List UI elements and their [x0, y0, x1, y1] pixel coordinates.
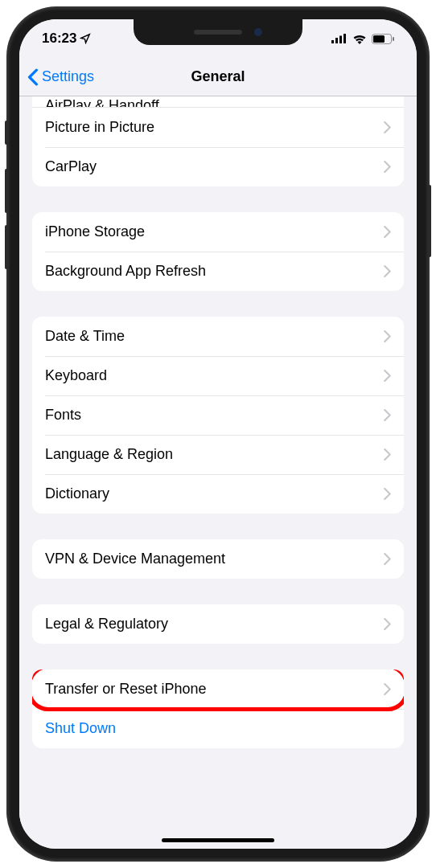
cellular-signal-icon: [331, 34, 348, 43]
chevron-right-icon: [384, 226, 391, 238]
svg-rect-6: [393, 37, 394, 41]
location-arrow-icon: [80, 33, 91, 44]
settings-group-locale: Date & Time Keyboard Fonts Language & Re…: [32, 317, 404, 514]
chevron-right-icon: [384, 161, 391, 173]
chevron-right-icon: [384, 488, 391, 500]
screen: 16:23 Settings General AirPlay & Handoff: [19, 19, 417, 849]
row-label: Legal & Regulatory: [45, 616, 168, 633]
svg-rect-2: [339, 36, 342, 44]
chevron-right-icon: [384, 330, 391, 342]
row-label: iPhone Storage: [45, 223, 145, 240]
svg-rect-1: [335, 38, 338, 43]
phone-frame: 16:23 Settings General AirPlay & Handoff: [8, 8, 428, 860]
row-language-region[interactable]: Language & Region: [32, 435, 404, 474]
row-date-time[interactable]: Date & Time: [32, 317, 404, 356]
row-label: Picture in Picture: [45, 119, 154, 136]
chevron-right-icon: [384, 121, 391, 133]
row-background-app-refresh[interactable]: Background App Refresh: [32, 252, 404, 291]
settings-group-display: AirPlay & Handoff Picture in Picture Car…: [32, 96, 404, 186]
back-button[interactable]: Settings: [27, 68, 94, 86]
row-fonts[interactable]: Fonts: [32, 395, 404, 435]
settings-group-storage: iPhone Storage Background App Refresh: [32, 212, 404, 291]
row-iphone-storage[interactable]: iPhone Storage: [32, 212, 404, 252]
chevron-right-icon: [384, 265, 391, 277]
chevron-right-icon: [384, 370, 391, 382]
svg-rect-3: [343, 34, 346, 43]
row-label: Date & Time: [45, 328, 125, 345]
row-shut-down[interactable]: Shut Down: [32, 709, 404, 748]
notch: [134, 19, 302, 45]
power-button: [428, 185, 431, 257]
chevron-right-icon: [384, 553, 391, 565]
chevron-right-icon: [384, 618, 391, 630]
svg-rect-5: [373, 35, 385, 43]
battery-icon: [372, 34, 394, 44]
page-title: General: [191, 68, 245, 85]
row-transfer-reset-iphone[interactable]: Transfer or Reset iPhone: [32, 669, 404, 709]
settings-group-vpn: VPN & Device Management: [32, 539, 404, 579]
row-label: Dictionary: [45, 485, 109, 502]
volume-up-button: [5, 169, 8, 213]
row-vpn-device-management[interactable]: VPN & Device Management: [32, 539, 404, 579]
row-keyboard[interactable]: Keyboard: [32, 356, 404, 395]
chevron-left-icon: [27, 68, 39, 86]
row-label: VPN & Device Management: [45, 551, 225, 567]
settings-group-legal: Legal & Regulatory: [32, 604, 404, 644]
silence-switch: [5, 121, 8, 145]
row-dictionary[interactable]: Dictionary: [32, 474, 404, 514]
row-picture-in-picture[interactable]: Picture in Picture: [32, 108, 404, 147]
volume-down-button: [5, 225, 8, 269]
back-label: Settings: [42, 68, 94, 85]
settings-group-reset: Transfer or Reset iPhone Shut Down: [32, 669, 404, 748]
svg-rect-0: [331, 40, 334, 43]
wifi-icon: [352, 34, 367, 44]
chevron-right-icon: [384, 409, 391, 421]
settings-content[interactable]: AirPlay & Handoff Picture in Picture Car…: [19, 96, 417, 849]
row-label: Fonts: [45, 407, 81, 424]
truncated-row[interactable]: AirPlay & Handoff: [32, 96, 404, 108]
row-label: CarPlay: [45, 158, 97, 175]
status-time: 16:23: [42, 31, 76, 47]
chevron-right-icon: [384, 448, 391, 461]
nav-bar: Settings General: [19, 58, 417, 96]
truncated-row-label: AirPlay & Handoff: [45, 97, 159, 108]
row-label: Shut Down: [45, 720, 116, 737]
home-indicator[interactable]: [162, 838, 274, 842]
speaker-grille: [194, 30, 242, 35]
front-camera: [254, 28, 262, 36]
row-label: Language & Region: [45, 446, 173, 463]
chevron-right-icon: [384, 683, 391, 695]
row-label: Background App Refresh: [45, 263, 206, 280]
row-label: Transfer or Reset iPhone: [45, 681, 206, 698]
row-carplay[interactable]: CarPlay: [32, 147, 404, 186]
row-label: Keyboard: [45, 367, 107, 384]
row-legal-regulatory[interactable]: Legal & Regulatory: [32, 604, 404, 644]
